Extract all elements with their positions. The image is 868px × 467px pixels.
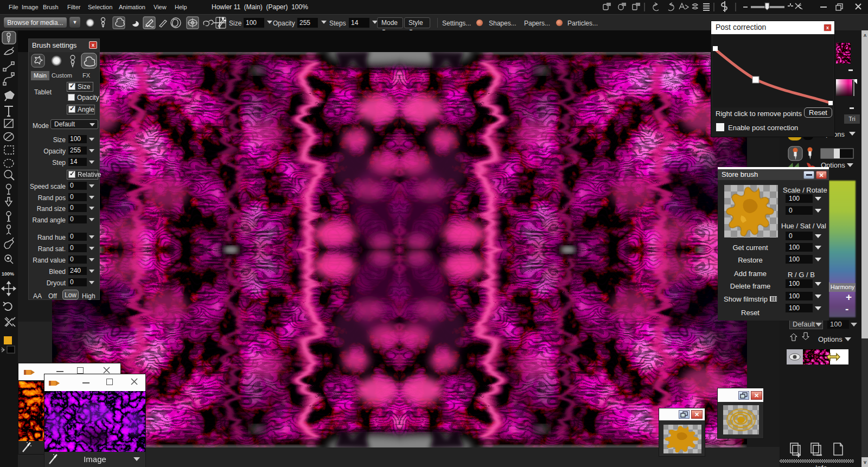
svg-text:100%: 100% [2,271,14,277]
